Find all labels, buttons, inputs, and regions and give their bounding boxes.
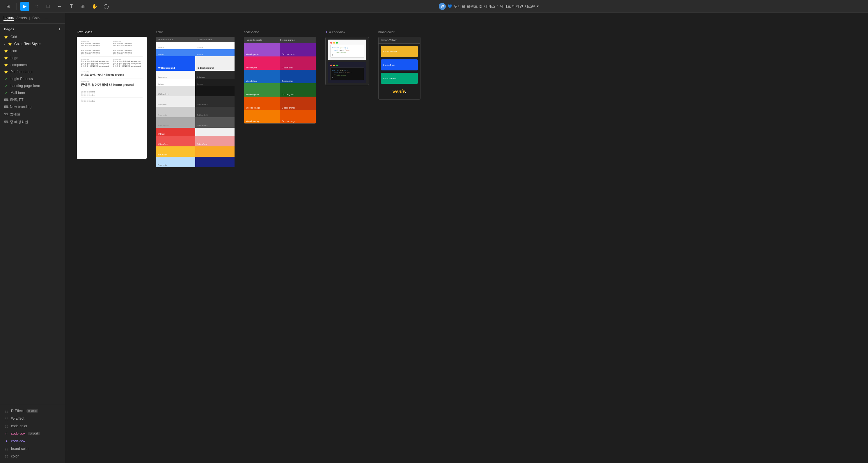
frame-icon-1: ⬚ xyxy=(4,409,9,413)
swatch-w-bottom: Emphasis xyxy=(156,157,195,167)
brand-logo: weniv. xyxy=(381,86,418,97)
ts-text-2r: 균아로 걸아가 말아 내 home ground균아로 걸아가 말아 내 hom… xyxy=(113,50,143,55)
layer-label-brand-color: brand-color xyxy=(11,447,29,451)
main-menu-icon[interactable]: ⊞ xyxy=(3,2,13,11)
ts-label-xlarge: pretendard_40p xyxy=(81,81,143,82)
frame-tool-button[interactable]: ⬚ xyxy=(32,2,41,11)
ts-small-text: 균아로 걸아가 말아 내 home ground균아로 걸아가 말아 내 hom… xyxy=(113,43,143,46)
avatar: W xyxy=(439,3,446,10)
pen-tool-button[interactable]: ✒ xyxy=(55,2,64,11)
page-item-logo[interactable]: ⭐ Logo xyxy=(0,54,65,61)
panel-tabs: Layers Assets | Colo... ⋯ xyxy=(0,13,65,24)
page-item-login-process[interactable]: ✓ Login-Process xyxy=(0,75,65,82)
swatch-w-background: W-Background xyxy=(156,56,195,71)
canvas[interactable]: Text Styles pretendard_12p 균아로 걸아가 말아 내 … xyxy=(65,13,868,463)
color-gray3-row: Emphasis D-Gray-Lv3 xyxy=(156,107,235,117)
cc-w-green: W-code-green xyxy=(244,83,280,97)
layer-item-code-color[interactable]: ⬚ code-color xyxy=(0,422,65,430)
cb-dark-line-1: function greet() { xyxy=(332,69,362,71)
cc-w-orange: W-code-orange xyxy=(244,97,280,110)
swatch-d-bsurface: B-Surface xyxy=(195,71,235,79)
page-item-component[interactable]: ⭐ component xyxy=(0,61,65,68)
code-color-frame: W-code-purple D-code-purple W-code-purpl… xyxy=(244,37,316,124)
frame-container-code-box: ✦ ◈ code-box function greet() { const xyxy=(325,30,369,85)
color-caution-row: W-Caution xyxy=(156,146,235,157)
cc-d-orange2: D-code-orange xyxy=(280,110,316,123)
brand-yellow-label: brand-Yellow xyxy=(383,50,397,53)
page-item-landing[interactable]: ✓ Landing-page-form xyxy=(0,82,65,89)
hand-tool-button[interactable]: ✋ xyxy=(90,2,99,11)
pages-title: Pages xyxy=(4,27,14,31)
cc-header-left: W-code-purple xyxy=(247,39,280,41)
layer-item-code-box[interactable]: ✦ code-box xyxy=(0,437,65,445)
code-box-frame: function greet() { const name = "weniv" … xyxy=(325,37,369,85)
page-item-icon[interactable]: ⭐ Icon xyxy=(0,48,65,54)
swatch-w-gray4: W-Gray-Lv4 xyxy=(156,117,195,128)
cb-dark: function greet() { const name = "weniv" … xyxy=(328,62,366,83)
brand-green-swatch: brand-Green xyxy=(381,73,418,84)
comment-tool-button[interactable]: ◯ xyxy=(101,2,111,11)
page-item-thumbnail[interactable]: 99. 썸네일 xyxy=(0,110,65,118)
page-item-bg[interactable]: 99. 중 배경화면 xyxy=(0,118,65,126)
swatch-label-w-bottom: Emphasis xyxy=(158,164,167,166)
ts-xlarge-text: 균아로 걸아가 말아 내 home ground xyxy=(81,83,143,87)
text-tool-button[interactable]: T xyxy=(67,2,76,11)
page-item-color-text[interactable]: ▸ ⭐ Color, Text Styles xyxy=(0,40,65,48)
component-tool-button[interactable]: ⁂ xyxy=(78,2,88,11)
ts-label-3r: pretendard_24p xyxy=(113,59,143,60)
swatch-w-bsurface: Background xyxy=(156,71,195,79)
cc-d-pink: D-code-pink xyxy=(280,57,316,70)
swatch-label-d-bsurface: B-Surface xyxy=(197,76,205,78)
ts-small-block: 균아로 걸아가 말아 내 home ground균아로 걸아가 말아 내 hom… xyxy=(81,91,143,96)
shape-tool-button[interactable]: □ xyxy=(43,2,53,11)
ts-label-3l: pretendard_24p xyxy=(81,59,111,60)
tab-layers[interactable]: Layers xyxy=(3,15,14,21)
page-item-mail-form[interactable]: ✓ Mail-form xyxy=(0,89,65,96)
panel-more-icon[interactable]: ⋯ xyxy=(45,17,48,20)
layer-item-color[interactable]: ⬚ color xyxy=(0,453,65,460)
page-label-login-process: Login-Process xyxy=(10,77,33,81)
swatch-label-w-gray4: W-Gray-Lv4 xyxy=(158,125,169,127)
swatch-label-w-caution: W-Caution xyxy=(158,154,167,156)
layer-item-d-effect[interactable]: ⬚ D-Effect ⊙ Dark xyxy=(0,407,65,415)
add-page-button[interactable]: + xyxy=(58,27,61,32)
ts-label-large: pretendard_32p xyxy=(81,71,143,72)
swatch-label-d-gray4: D-Gray-Lv4 xyxy=(197,125,208,127)
traffic-yellow xyxy=(333,42,335,44)
page-item-grid[interactable]: ⭐ Grid xyxy=(0,33,65,40)
swatch-w-caution: W-Caution xyxy=(156,146,195,157)
cc-label-w-orange: W-code-orange xyxy=(246,107,260,109)
swatch-label-w-primary: Primary xyxy=(158,54,164,55)
swatch-d-caution xyxy=(195,146,235,157)
traffic-green xyxy=(336,42,338,44)
brand-logo-text: weniv. xyxy=(393,89,406,94)
swatch-w-surface: Surface xyxy=(156,42,195,49)
color-gray1-row: W-Gray-Lv1 xyxy=(156,86,235,96)
page-list: ⭐ Grid ▸ ⭐ Color, Text Styles ⭐ Icon ⭐ L… xyxy=(0,33,65,404)
color-surf2-row: Surface Surface xyxy=(156,79,235,86)
layer-item-w-effect[interactable]: ⬚ W-Effect xyxy=(0,415,65,422)
ts-tiny-label: pretendard_12p xyxy=(81,41,111,42)
tab-color[interactable]: Colo... xyxy=(32,16,42,21)
toolbar-sep-1 xyxy=(16,3,17,10)
page-label-mail-form: Mail-form xyxy=(10,91,25,95)
page-label-sns: 99. SNS, PT xyxy=(4,98,24,102)
layer-item-brand-color[interactable]: ⬚ brand-color xyxy=(0,445,65,453)
layer-item-code-box-dark[interactable]: ◇ code-box ⊙ Dark xyxy=(0,430,65,437)
ts-divider-5 xyxy=(81,89,143,89)
current-page[interactable]: 위니브 디자인 시스템 ▾ xyxy=(500,4,539,9)
color-header-left: W-btn-Surface xyxy=(156,37,195,42)
page-item-sns[interactable]: 99. SNS, PT xyxy=(0,96,65,103)
swatch-label-w-surf2: Surface xyxy=(158,83,164,85)
ts-col-3-right: pretendard_24p 균아로 걸아가 말아 내 home ground균… xyxy=(113,59,143,67)
move-tool-button[interactable]: ▶ xyxy=(20,2,29,11)
current-page-name: 위니브 디자인 시스템 xyxy=(500,4,536,9)
layer-section: ⬚ D-Effect ⊙ Dark ⬚ W-Effect ⬚ code-colo… xyxy=(0,404,65,463)
tab-assets[interactable]: Assets xyxy=(16,16,27,21)
brand-color-frame: brand-Yellow brand-Yellow brand-Blue bra… xyxy=(378,37,421,99)
cc-label-d-blue: D-code-blue xyxy=(282,80,293,82)
swatch-d-bottom xyxy=(195,157,235,167)
page-item-platform-logo[interactable]: ⭐ Platform-Logo xyxy=(0,68,65,75)
page-label-thumbnail: 99. 썸네일 xyxy=(4,112,20,117)
page-item-new-branding[interactable]: 99. New branding xyxy=(0,103,65,110)
